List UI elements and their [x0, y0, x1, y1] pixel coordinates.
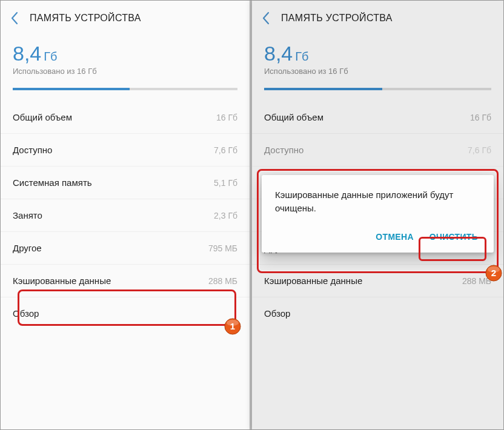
row-total[interactable]: Общий объем 16 Гб: [252, 101, 503, 134]
row-available[interactable]: Доступно 7,6 Гб: [252, 134, 503, 167]
clear-cache-dialog: Кэшированные данные приложений будут очи…: [262, 175, 494, 253]
storage-used: 8,4Гб: [13, 42, 237, 65]
storage-progress-fill: [13, 88, 130, 90]
storage-used-value: 8,4: [264, 42, 293, 65]
dialog-actions: ОТМЕНА ОЧИСТИТЬ: [275, 228, 480, 246]
row-cached[interactable]: Кэшированные данные 288 МБ: [1, 265, 250, 297]
back-icon[interactable]: [262, 12, 270, 25]
storage-subtitle: Использовано из 16 Гб: [264, 67, 491, 76]
storage-used-unit: Гб: [44, 50, 57, 63]
left-screenshot: ПАМЯТЬ УСТРОЙСТВА 8,4Гб Использовано из …: [1, 1, 252, 429]
header: ПАМЯТЬ УСТРОЙСТВА: [1, 1, 250, 33]
header: ПАМЯТЬ УСТРОЙСТВА: [252, 1, 503, 33]
row-system[interactable]: Системная память 5,1 Гб: [1, 167, 250, 199]
row-used[interactable]: Занято 2,3 Гб: [1, 199, 250, 232]
dialog-message: Кэшированные данные приложений будут очи…: [275, 188, 480, 215]
page-title: ПАМЯТЬ УСТРОЙСТВА: [281, 13, 393, 24]
storage-summary: 8,4Гб Использовано из 16 Гб: [1, 33, 250, 79]
storage-summary: 8,4Гб Использовано из 16 Гб: [252, 33, 503, 79]
storage-subtitle: Использовано из 16 Гб: [13, 67, 237, 76]
storage-used-value: 8,4: [13, 42, 41, 65]
storage-progress: [13, 88, 237, 90]
row-overview[interactable]: Обзор: [1, 297, 250, 329]
row-other[interactable]: Другое 795 МБ: [1, 232, 250, 265]
back-icon[interactable]: [10, 12, 19, 25]
cancel-button[interactable]: ОТМЕНА: [376, 232, 413, 242]
storage-list: Общий объем 16 Гб Доступно 7,6 Гб Систем…: [1, 101, 250, 329]
storage-progress-fill: [264, 88, 382, 90]
row-total[interactable]: Общий объем 16 Гб: [1, 101, 250, 134]
row-available[interactable]: Доступно 7,6 Гб: [1, 134, 250, 167]
right-screenshot: ПАМЯТЬ УСТРОЙСТВА 8,4Гб Использовано из …: [252, 1, 503, 429]
confirm-button[interactable]: ОЧИСТИТЬ: [429, 232, 478, 242]
row-cached[interactable]: Кэшированные данные 288 МБ: [252, 265, 503, 297]
storage-progress: [264, 88, 491, 90]
storage-used: 8,4Гб: [264, 42, 491, 65]
storage-used-unit: Гб: [295, 50, 308, 63]
page-title: ПАМЯТЬ УСТРОЙСТВА: [30, 13, 141, 24]
row-overview[interactable]: Обзор: [252, 297, 503, 329]
